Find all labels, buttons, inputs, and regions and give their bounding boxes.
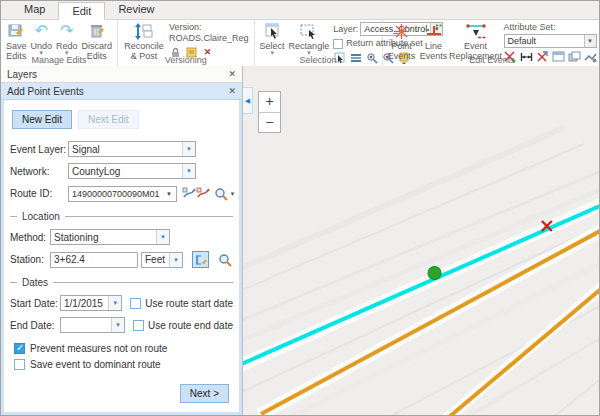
road-streaks [243,128,599,415]
layers-panel-header[interactable]: Layers ✕ [1,66,242,83]
station-zoom-icon[interactable] [216,251,233,268]
group-edit-events: Point Events Line Events Event Replaceme… [383,20,600,66]
ribbon: Save Edits ↶ Undo ▼ ↷ Redo ▼ Discard Edi… [1,20,599,66]
layers-close-icon[interactable]: ✕ [228,69,236,79]
road-line-1[interactable] [261,230,599,414]
route-id-dropdown-arrow-icon[interactable]: ▼ [163,187,176,201]
reconcile-post-icon [134,22,154,40]
station-input[interactable] [50,252,138,268]
return-attribute-set-box[interactable] [333,39,343,49]
add-point-events-header[interactable]: Add Point Events ✕ [1,83,242,100]
start-date-label: Start Date: [10,298,60,309]
event-replacement-icon [465,22,487,40]
network-dropdown-arrow-icon[interactable]: ▼ [182,164,195,178]
prevent-measures-label: Prevent measures not on route [30,343,167,354]
add-point-events-title: Add Point Events [7,86,84,97]
event-point-marker[interactable] [428,267,441,280]
station-label: Station: [10,254,50,265]
event-layer-dropdown[interactable]: Signal ▼ [68,141,196,157]
network-label: Network: [10,166,68,177]
edit-events-group-label: Edit Events [383,55,600,65]
collapse-arrow-icon: ◀ [245,97,250,105]
attribute-set-dropdown[interactable]: Default ▼ [504,34,597,48]
location-section-separator: Location [10,211,233,222]
pick-station-from-map-icon[interactable] [192,251,209,268]
select-route-icon[interactable] [182,185,196,202]
zoom-to-route-icon[interactable]: ▼ [214,185,236,202]
use-route-end-date-label: Use route end date [148,320,233,331]
dates-section-label: Dates [22,277,48,288]
end-date-arrow-icon[interactable]: ▼ [111,318,124,332]
next-button[interactable]: Next > [180,384,229,403]
start-date-arrow-icon[interactable]: ▼ [108,296,121,310]
tab-edit[interactable]: Edit [58,2,105,20]
selection-group-label: Selection [255,55,382,65]
layers-panel-title: Layers [7,69,37,80]
use-route-end-date-checkbox[interactable] [133,320,144,331]
select-route-alt-icon[interactable] [196,185,210,202]
line-events-icon [425,22,443,40]
attribute-set-label: Attribute Set: [504,22,597,33]
next-edit-button[interactable]: Next Edit [78,110,139,129]
prevent-measures-checkbox[interactable] [14,343,25,354]
group-selection: Select ▼ Rectangle ▼ Layer: Access_Contr… [255,20,383,66]
route-id-label: Route ID: [10,188,68,199]
discard-edits-icon [89,22,104,40]
add-point-events-pane: New Edit Next Edit Event Layer: Signal ▼… [1,100,242,415]
method-dropdown[interactable]: Stationing ▼ [50,229,170,245]
select-icon [264,22,281,40]
event-layer-label: Event Layer: [10,144,68,155]
route-id-combo[interactable]: 14900000700090M01 ▼ [68,186,177,202]
rectangle-button[interactable]: Rectangle ▼ [287,21,332,57]
version-value: ROADS.Claire_Reg [169,33,249,44]
location-section-label: Location [22,211,60,222]
save-dominant-route-label: Save event to dominant route [30,359,161,370]
tab-review[interactable]: Review [105,1,167,19]
undo-button[interactable]: ↶ Undo ▼ [29,21,55,57]
redo-icon: ↷ [60,22,73,40]
map-view[interactable]: ◀ + − [242,66,599,415]
start-date-dropdown[interactable]: 1/1/2015 ▼ [60,295,122,311]
left-panel: Layers ✕ Add Point Events ✕ New Edit Nex… [1,66,242,415]
select-button[interactable]: Select ▼ [258,21,287,57]
group-versioning: Reconcile & Post Version: ROADS.Claire_R… [118,20,255,66]
network-dropdown[interactable]: CountyLog ▼ [68,163,196,179]
dates-section-separator: Dates [10,277,233,288]
app-window: Map Edit Review Save Edits ↶ Undo ▼ ↷ Re… [0,0,600,416]
event-layer-dropdown-arrow-icon[interactable]: ▼ [182,142,195,156]
method-dropdown-arrow-icon[interactable]: ▼ [156,230,169,244]
layer-label: Layer: [333,24,358,35]
use-route-start-date-label: Use route start date [145,298,233,309]
method-label: Method: [10,232,50,243]
version-label: Version: [169,22,249,33]
station-units-dropdown[interactable]: Feet ▼ [141,252,183,268]
use-route-start-date-checkbox[interactable] [130,298,141,309]
map-canvas [243,66,599,415]
zoom-control: + − [258,91,281,133]
save-edits-icon [8,22,24,40]
add-point-events-close-icon[interactable]: ✕ [228,86,236,96]
zoom-in-button[interactable]: + [259,92,280,112]
end-date-dropdown[interactable]: ▼ [60,317,125,333]
attribute-set-dropdown-arrow-icon[interactable]: ▼ [584,35,596,47]
tab-map[interactable]: Map [11,1,58,19]
undo-icon: ↶ [35,22,48,40]
new-edit-button[interactable]: New Edit [12,110,72,129]
manage-edits-group-label: Manage Edits [1,55,117,65]
zoom-out-button[interactable]: − [259,112,280,132]
panel-collapse-tab[interactable]: ◀ [243,87,253,114]
versioning-group-label: Versioning [118,55,254,65]
group-manage-edits: Save Edits ↶ Undo ▼ ↷ Redo ▼ Discard Edi… [1,20,118,66]
ribbon-tab-bar: Map Edit Review [1,1,599,20]
rectangle-select-icon [300,22,317,40]
point-events-icon [393,22,410,40]
station-units-arrow-icon[interactable]: ▼ [169,253,182,267]
save-dominant-route-checkbox[interactable] [14,359,25,370]
redo-button[interactable]: ↷ Redo ▼ [54,21,80,57]
end-date-label: End Date: [10,320,60,331]
